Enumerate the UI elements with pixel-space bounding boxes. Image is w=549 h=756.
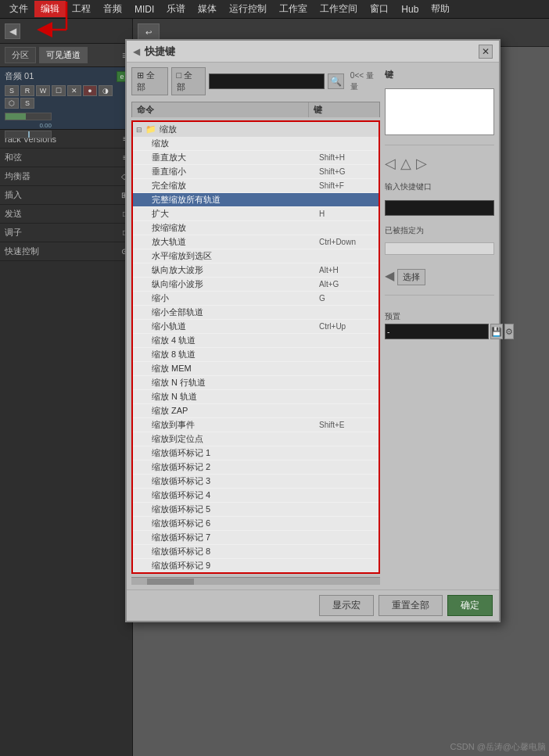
preset-row: 💾 ⚙ bbox=[385, 324, 494, 339]
show-macro-button[interactable]: 显示宏 bbox=[319, 595, 374, 616]
search-row: ⊞ 全部 □ 全部 🔍 0<< 量量 bbox=[131, 67, 380, 95]
list-item[interactable]: 扩大 H bbox=[133, 207, 379, 221]
tab-visible-channels[interactable]: 可见通道 bbox=[39, 47, 88, 63]
menu-media[interactable]: 媒体 bbox=[192, 1, 223, 17]
list-item[interactable]: 放大轨道 Ctrl+Down bbox=[133, 235, 379, 249]
menu-edit[interactable]: 编辑 bbox=[34, 1, 66, 17]
list-item[interactable]: 缩放到事件 Shift+E bbox=[133, 418, 379, 432]
sidebar-section-send[interactable]: 发送 □ bbox=[0, 205, 132, 224]
list-item[interactable]: 纵向缩小波形 Alt+G bbox=[133, 278, 379, 292]
list-item[interactable]: 缩放 MEM bbox=[133, 362, 379, 376]
key-list[interactable] bbox=[385, 88, 494, 135]
list-item[interactable]: 缩放 8 轨道 bbox=[133, 348, 379, 362]
sidebar-section-eq[interactable]: 均衡器 ◇ bbox=[0, 167, 132, 186]
command-list-container[interactable]: ⊟ 📁 缩放 缩放 垂直放大 Shift+H bbox=[131, 120, 380, 574]
list-item[interactable]: 缩放至选择范围 Alt+S bbox=[133, 573, 379, 574]
list-item[interactable]: 缩小轨道 Ctrl+Up bbox=[133, 320, 379, 334]
sidebar-section-tune[interactable]: 调子 □ bbox=[0, 224, 132, 242]
list-item[interactable]: 缩放到定位点 bbox=[133, 432, 379, 446]
preset-input[interactable] bbox=[385, 324, 489, 339]
preset-save-btn[interactable]: 💾 bbox=[490, 324, 503, 339]
track-name: 音频 01 bbox=[5, 70, 34, 82]
list-item[interactable]: 缩放循环标记 3 bbox=[133, 475, 379, 489]
watermark: CSDN @岳涛@心馨电脑 bbox=[450, 741, 546, 753]
btn-monitor[interactable]: ◑ bbox=[99, 85, 113, 96]
right-panel-key-title: 键 bbox=[385, 67, 494, 82]
command-group-header-zoom[interactable]: ⊟ 📁 缩放 bbox=[133, 122, 379, 137]
tab-zones[interactable]: 分区 bbox=[5, 47, 36, 63]
select-button[interactable]: 选择 bbox=[397, 269, 425, 285]
list-item[interactable]: 缩放 bbox=[133, 137, 379, 151]
menu-transport[interactable]: 运行控制 bbox=[223, 1, 273, 17]
scrollbar-thumb[interactable] bbox=[147, 579, 194, 585]
menu-studio[interactable]: 工作室 bbox=[273, 1, 314, 17]
menu-window[interactable]: 窗口 bbox=[364, 1, 395, 17]
search-input[interactable] bbox=[209, 73, 325, 89]
list-item[interactable]: 垂直放大 Shift+H bbox=[133, 151, 379, 165]
list-item[interactable]: 缩放 N 行轨道 bbox=[133, 376, 379, 390]
menu-audio[interactable]: 音频 bbox=[97, 1, 128, 17]
dialog-left-panel: ⊞ 全部 □ 全部 🔍 0<< 量量 命令 键 ⊟ 📁 bbox=[131, 67, 380, 585]
back-button[interactable]: ◀ bbox=[5, 23, 20, 39]
preset-menu-btn[interactable]: ⚙ bbox=[504, 324, 514, 339]
shortcut-input-field[interactable] bbox=[385, 200, 494, 216]
preset-label: 预置 bbox=[385, 311, 494, 322]
list-item[interactable]: 水平缩放到选区 bbox=[133, 249, 379, 263]
list-item[interactable]: 缩小全部轨道 bbox=[133, 306, 379, 320]
list-item[interactable]: 垂直缩小 Shift+G bbox=[133, 165, 379, 179]
scrollbar-x[interactable] bbox=[131, 577, 380, 585]
menu-workspace[interactable]: 工作空间 bbox=[314, 1, 364, 17]
sidebar-section-quick-control[interactable]: 快速控制 ⊙ bbox=[0, 242, 132, 261]
list-item[interactable]: 缩放循环标记 8 bbox=[133, 545, 379, 559]
sidebar-section-label-insert: 插入 bbox=[5, 189, 22, 201]
volume-value: 0.00 bbox=[5, 122, 52, 129]
separator1 bbox=[385, 145, 494, 145]
btn-x[interactable]: ✕ bbox=[67, 85, 81, 96]
dialog-close-button[interactable]: ✕ bbox=[479, 45, 493, 59]
group-label-zoom: 缩放 bbox=[160, 124, 177, 135]
btn-r[interactable]: R bbox=[20, 85, 34, 96]
search-button[interactable]: 🔍 bbox=[328, 73, 344, 89]
btn-solo[interactable]: S bbox=[20, 98, 34, 109]
assign-up-icon[interactable]: △ bbox=[400, 155, 411, 172]
list-item[interactable]: 缩放 N 轨道 bbox=[133, 390, 379, 404]
ok-button[interactable]: 确定 bbox=[447, 595, 493, 616]
btn-mute[interactable]: ☐ bbox=[52, 85, 66, 96]
dialog-title-text: 快捷键 bbox=[145, 45, 175, 59]
btn-s[interactable]: S bbox=[5, 85, 19, 96]
btn-link[interactable]: ⬡ bbox=[5, 98, 19, 109]
list-item[interactable]: 缩放循环标记 4 bbox=[133, 489, 379, 503]
list-item[interactable]: 缩放 4 轨道 bbox=[133, 334, 379, 348]
btn-w[interactable]: W bbox=[36, 85, 50, 96]
list-item[interactable]: 纵向放大波形 Alt+H bbox=[133, 263, 379, 278]
btn-rec[interactable]: ● bbox=[83, 85, 97, 96]
list-item[interactable]: 缩放循环标记 5 bbox=[133, 503, 379, 517]
list-item[interactable]: 缩放循环标记 7 bbox=[133, 531, 379, 545]
dialog-body: ⊞ 全部 □ 全部 🔍 0<< 量量 命令 键 ⊟ 📁 bbox=[127, 63, 499, 589]
assign-right-icon[interactable]: ▷ bbox=[416, 155, 427, 172]
dialog-titlebar: ◀ 快捷键 ✕ bbox=[127, 41, 499, 63]
list-item[interactable]: 完全缩放 Shift+F bbox=[133, 179, 379, 193]
list-item-selected[interactable]: 完整缩放所有轨道 bbox=[133, 193, 379, 207]
menu-midi[interactable]: MIDI bbox=[128, 2, 160, 16]
sidebar-section-chord[interactable]: 和弦 ≡ bbox=[0, 149, 132, 167]
list-item[interactable]: 缩放循环标记 2 bbox=[133, 460, 379, 475]
list-item[interactable]: 缩放 ZAP bbox=[133, 404, 379, 418]
reset-all-button[interactable]: 重置全部 bbox=[379, 595, 443, 616]
filter-all-btn2[interactable]: □ 全部 bbox=[171, 67, 206, 95]
menubar: 文件 编辑 工程 音频 MIDI 乐谱 媒体 运行控制 工作室 工作空间 窗口 … bbox=[0, 0, 549, 19]
sidebar-section-insert[interactable]: 插入 ⊞ bbox=[0, 186, 132, 205]
list-item[interactable]: 缩放循环标记 6 bbox=[133, 517, 379, 531]
select-left-icon[interactable]: ◀ bbox=[385, 268, 394, 283]
list-item[interactable]: 缩放循环标记 9 bbox=[133, 559, 379, 573]
list-item[interactable]: 缩放循环标记 1 bbox=[133, 446, 379, 460]
menu-hub[interactable]: Hub bbox=[395, 2, 425, 16]
menu-project[interactable]: 工程 bbox=[66, 1, 97, 17]
menu-help[interactable]: 帮助 bbox=[425, 1, 456, 17]
menu-score[interactable]: 乐谱 bbox=[160, 1, 192, 17]
filter-all-btn1[interactable]: ⊞ 全部 bbox=[131, 67, 168, 95]
menu-file[interactable]: 文件 bbox=[3, 1, 34, 17]
list-item[interactable]: 按缩缩放 bbox=[133, 221, 379, 235]
assign-arrow-icon[interactable]: ◁ bbox=[385, 155, 396, 172]
list-item[interactable]: 缩小 G bbox=[133, 292, 379, 306]
